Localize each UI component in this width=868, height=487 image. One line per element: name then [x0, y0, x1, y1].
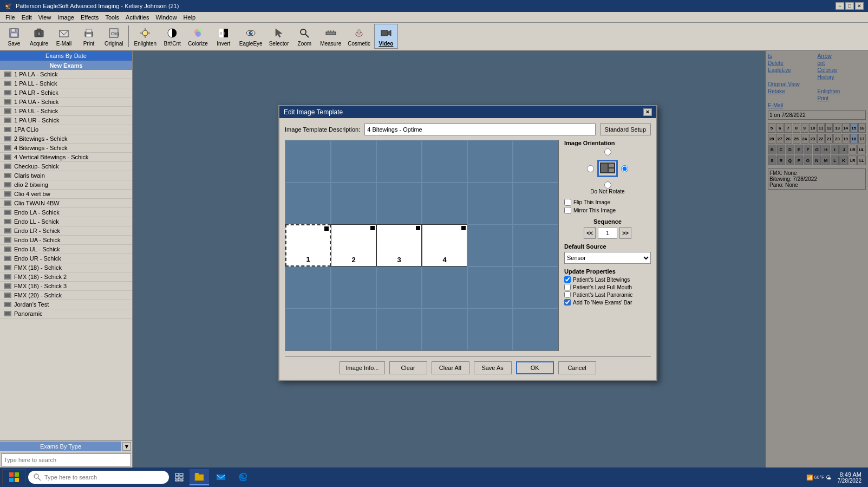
prop-add-to-new-exams-checkbox[interactable] — [564, 299, 571, 306]
toolbar-zoom[interactable]: Zoom — [292, 24, 316, 49]
sidebar-item-13[interactable]: clio 2 bitwing — [0, 180, 132, 190]
grid-cell-2-4[interactable] — [422, 183, 467, 225]
grid-cell-3-6[interactable] — [513, 224, 558, 267]
image-info-button[interactable]: Image Info... — [340, 361, 384, 374]
sidebar-item-25[interactable]: FMX (20) - Schick — [0, 291, 132, 300]
sidebar-item-5[interactable]: 1 PA UL - Schick — [0, 107, 132, 116]
grid-cell-1-6[interactable] — [513, 140, 558, 183]
standard-setup-button[interactable]: Standard Setup — [600, 124, 651, 135]
grid-cell-4-6[interactable] — [513, 267, 558, 309]
sidebar-item-24[interactable]: FMX (18) - Schick 3 — [0, 282, 132, 291]
sidebar-item-17[interactable]: Endo LL - Schick — [0, 217, 132, 226]
grid-cell-3-4[interactable]: 4 — [422, 224, 467, 267]
grid-cell-3-3[interactable]: 3 — [376, 224, 422, 267]
orient-center-image[interactable] — [597, 160, 618, 177]
toolbar-measure[interactable]: Measure — [317, 24, 344, 49]
default-source-select[interactable]: Sensor Camera Manual — [564, 252, 651, 264]
toolbar-original[interactable]: Org Original — [102, 24, 126, 49]
close-button[interactable]: ✕ — [855, 2, 864, 10]
sidebar-scroll-down[interactable]: ▼ — [122, 442, 131, 451]
toolbar-eagleeye[interactable]: EagleEye — [237, 24, 265, 49]
toolbar-cosmetic[interactable]: Cosmetic — [345, 24, 373, 49]
sidebar-item-1[interactable]: 1 PA LA - Schick — [0, 70, 132, 79]
tray-icon-network[interactable]: 📶 — [806, 475, 813, 480]
sidebar-item-8[interactable]: 2 Bitewings - Schick — [0, 134, 132, 144]
taskbar-app-edge[interactable] — [233, 469, 252, 485]
sequence-value-input[interactable] — [598, 227, 617, 239]
sidebar-item-19[interactable]: Endo UA - Schick — [0, 236, 132, 245]
toolbar-brtcnt[interactable]: Brt\Cnt — [160, 24, 184, 49]
prop-last-panoramic-checkbox[interactable] — [564, 291, 571, 298]
grid-cell-1-5[interactable] — [467, 140, 513, 183]
sidebar-item-3[interactable]: 1 PA LR - Schick — [0, 88, 132, 98]
sidebar-exams-by-type[interactable]: Exams By Type — [0, 441, 121, 451]
sidebar-search-input[interactable] — [1, 453, 131, 466]
grid-cell-2-5[interactable] — [467, 183, 513, 225]
sidebar-item-10[interactable]: 4 Vertical Bitewings - Schick — [0, 153, 132, 162]
grid-cell-5-3[interactable] — [376, 308, 422, 350]
toolbar-email[interactable]: E-Mail — [52, 24, 76, 49]
grid-cell-4-5[interactable] — [467, 267, 513, 309]
sidebar-item-4[interactable]: 1 PA UA - Schick — [0, 98, 132, 107]
menu-window[interactable]: Window — [152, 13, 180, 22]
grid-cell-2-2[interactable] — [331, 183, 376, 225]
clear-button[interactable]: Clear — [389, 361, 427, 374]
grid-cell-4-3[interactable] — [376, 267, 422, 309]
toolbar-enlighten[interactable]: Enlighten — [131, 24, 159, 49]
grid-cell-3-1[interactable]: 1 — [285, 224, 331, 267]
sidebar-item-22[interactable]: FMX (18) - Schick — [0, 263, 132, 272]
sidebar-item-9[interactable]: 4 Bitewings - Schick — [0, 144, 132, 153]
toolbar-invert[interactable]: II Invert — [212, 24, 236, 49]
taskbar-app-mail[interactable] — [211, 469, 231, 485]
grid-cell-2-1[interactable] — [285, 183, 331, 225]
sidebar-item-26[interactable]: Jordan's Test — [0, 300, 132, 309]
menu-image[interactable]: Image — [54, 13, 77, 22]
toolbar-colorize[interactable]: Colorize — [185, 24, 211, 49]
toolbar-video[interactable]: Video — [374, 24, 398, 49]
toolbar-save[interactable]: Save — [2, 24, 26, 49]
sequence-prev-button[interactable]: << — [584, 227, 596, 239]
grid-cell-5-2[interactable] — [331, 308, 376, 350]
sidebar-item-15[interactable]: Clio TWAIN 4BW — [0, 199, 132, 208]
sidebar-item-21[interactable]: Endo UR - Schick — [0, 254, 132, 263]
menu-file[interactable]: File — [2, 13, 18, 22]
sidebar-item-18[interactable]: Endo LR - Schick — [0, 226, 132, 236]
sidebar-item-7[interactable]: 1PA CLio — [0, 125, 132, 134]
grid-cell-1-2[interactable] — [331, 140, 376, 183]
orient-radio-dnr[interactable] — [604, 181, 611, 189]
sidebar-item-6[interactable]: 1 PA UR - Schick — [0, 116, 132, 125]
toolbar-print[interactable]: Print — [77, 24, 101, 49]
sidebar-item-12[interactable]: Claris twain — [0, 171, 132, 180]
sidebar-exams-by-date[interactable]: Exams By Date — [0, 51, 132, 61]
clear-all-button[interactable]: Clear AlI — [432, 361, 469, 374]
menu-view[interactable]: View — [35, 13, 55, 22]
tray-icon-weather[interactable]: 🌤 — [826, 475, 831, 480]
grid-cell-2-3[interactable] — [376, 183, 422, 225]
menu-edit[interactable]: Edit — [18, 13, 35, 22]
image-template-grid[interactable]: 1 2 3 — [285, 140, 559, 351]
sidebar-item-27[interactable]: Panoramic — [0, 309, 132, 319]
grid-cell-4-1[interactable] — [285, 267, 331, 309]
grid-cell-5-6[interactable] — [513, 308, 558, 350]
toolbar-acquire[interactable]: Acquire — [27, 24, 51, 49]
menu-help[interactable]: Help — [180, 13, 199, 22]
cancel-button[interactable]: Cancel — [558, 361, 596, 374]
menu-tools[interactable]: Tools — [102, 13, 122, 22]
modal-close-button[interactable]: ✕ — [643, 108, 652, 116]
grid-cell-5-1[interactable] — [285, 308, 331, 350]
orient-radio-left[interactable] — [587, 165, 594, 172]
save-as-button[interactable]: Save As — [474, 361, 512, 374]
maximize-button[interactable]: □ — [845, 2, 854, 10]
grid-cell-4-4[interactable] — [422, 267, 467, 309]
grid-cell-1-4[interactable] — [422, 140, 467, 183]
description-input[interactable] — [364, 124, 595, 135]
grid-cell-1-1[interactable] — [285, 140, 331, 183]
sidebar-item-23[interactable]: FMX (18) - Schick 2 — [0, 272, 132, 282]
sequence-next-button[interactable]: >> — [619, 227, 631, 239]
minimize-button[interactable]: − — [836, 2, 844, 10]
grid-cell-4-2[interactable] — [331, 267, 376, 309]
grid-cell-3-5[interactable] — [467, 224, 513, 267]
orient-radio-right[interactable] — [621, 165, 628, 172]
mirror-checkbox[interactable] — [564, 207, 571, 214]
ok-button[interactable]: OK — [516, 361, 554, 374]
